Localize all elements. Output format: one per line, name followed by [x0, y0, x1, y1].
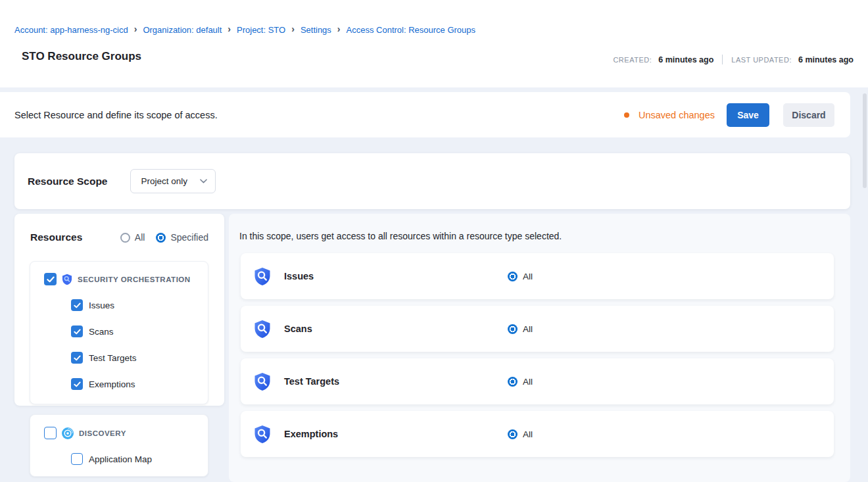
access-all-label: All	[523, 324, 533, 334]
access-panel-description: In this scope, users get access to all r…	[239, 231, 562, 241]
page-header: Account: app-harness-ng-cicd › Organizat…	[0, 0, 868, 87]
application-map-label: Application Map	[89, 454, 152, 464]
created-value: 6 minutes ago	[658, 55, 713, 64]
resource-item-scans: Scans	[71, 325, 114, 337]
access-card-scans: Scans All	[241, 306, 834, 352]
access-all-label: All	[523, 377, 533, 387]
security-orchestration-label: SECURITY ORCHESTRATION	[78, 276, 191, 283]
application-map-checkbox[interactable]	[71, 453, 83, 465]
resources-panel: Resources All Specified	[14, 214, 224, 406]
meta-info: CREATED: 6 minutes ago LAST UPDATED: 6 m…	[613, 55, 854, 64]
discard-button[interactable]: Discard	[783, 103, 834, 127]
radar-icon	[62, 427, 74, 439]
unsaved-changes-status: Unsaved changes	[639, 110, 715, 120]
chevron-right-icon: ›	[291, 24, 295, 34]
breadcrumb-settings[interactable]: Settings	[301, 25, 331, 35]
unsaved-dot-icon	[624, 112, 629, 118]
test-targets-label: Test Targets	[89, 353, 137, 363]
resource-scope-card: Resource Scope Project only	[14, 153, 850, 209]
access-card-exemptions: Exemptions All	[241, 411, 834, 457]
created-label: CREATED:	[613, 56, 652, 64]
radio-specified-icon[interactable]	[156, 233, 166, 243]
issues-checkbox[interactable]	[71, 299, 83, 311]
access-radio-all[interactable]: All	[508, 429, 533, 439]
resource-item-issues: Issues	[71, 299, 114, 311]
resources-mode-radio-group: All Specified	[120, 232, 208, 243]
resource-scope-selected-value: Project only	[141, 176, 187, 186]
radio-specified-label: Specified	[170, 232, 208, 243]
shield-search-icon	[254, 425, 271, 444]
chevron-down-icon	[200, 179, 207, 183]
shield-search-icon	[62, 274, 72, 285]
scans-label: Scans	[89, 327, 114, 337]
last-updated-value: 6 minutes ago	[798, 55, 854, 64]
scans-checkbox[interactable]	[71, 325, 83, 337]
access-all-label: All	[523, 272, 533, 281]
access-card-label: Exemptions	[284, 429, 338, 439]
chevron-right-icon: ›	[228, 24, 231, 34]
action-bar-actions: Unsaved changes Save Discard	[624, 103, 834, 127]
shield-search-icon	[254, 372, 271, 391]
radio-selected-icon[interactable]	[508, 377, 518, 387]
last-updated-label: LAST UPDATED:	[731, 56, 792, 64]
resource-scope-select[interactable]: Project only	[130, 169, 216, 193]
resource-group-security-orchestration: SECURITY ORCHESTRATION Issues Scans Test…	[30, 261, 208, 404]
access-panel: In this scope, users get access to all r…	[229, 214, 850, 482]
divider	[722, 55, 723, 64]
access-card-issues: Issues All	[241, 253, 834, 299]
chevron-right-icon: ›	[337, 24, 341, 34]
radio-selected-icon[interactable]	[508, 429, 518, 439]
access-card-label: Scans	[284, 324, 312, 334]
access-radio-all[interactable]: All	[508, 377, 533, 387]
access-card-label: Test Targets	[284, 376, 339, 387]
discovery-label: DISCOVERY	[79, 429, 126, 437]
action-bar-description: Select Resource and define its scope of …	[14, 110, 218, 120]
resource-group-discovery: DISCOVERY Application Map	[30, 414, 208, 477]
shield-search-icon	[254, 267, 271, 286]
save-button[interactable]: Save	[727, 103, 769, 127]
exemptions-checkbox[interactable]	[71, 378, 83, 390]
radio-all-icon[interactable]	[120, 233, 130, 243]
access-radio-all[interactable]: All	[508, 324, 533, 334]
page-title: STO Resource Groups	[22, 50, 141, 63]
breadcrumb-project[interactable]: Project: STO	[237, 25, 285, 35]
security-orchestration-checkbox[interactable]	[44, 273, 57, 285]
radio-option-all[interactable]: All	[120, 232, 145, 243]
breadcrumb-account[interactable]: Account: app-harness-ng-cicd	[14, 25, 128, 35]
test-targets-checkbox[interactable]	[71, 352, 83, 364]
access-card-test-targets: Test Targets All	[241, 358, 834, 404]
breadcrumb-access-control[interactable]: Access Control: Resource Groups	[347, 25, 476, 35]
shield-search-icon	[254, 320, 271, 339]
resource-item-application-map: Application Map	[71, 453, 152, 465]
access-all-label: All	[523, 429, 533, 439]
vertical-scrollbar[interactable]	[863, 93, 867, 188]
radio-selected-icon[interactable]	[508, 324, 518, 334]
resources-title: Resources	[30, 231, 82, 243]
resource-scope-label: Resource Scope	[28, 176, 107, 187]
resource-item-exemptions: Exemptions	[71, 378, 135, 390]
access-radio-all[interactable]: All	[508, 272, 533, 281]
breadcrumb: Account: app-harness-ng-cicd › Organizat…	[14, 24, 475, 35]
action-bar: Select Resource and define its scope of …	[0, 92, 850, 137]
issues-label: Issues	[89, 301, 114, 310]
chevron-right-icon: ›	[134, 24, 137, 34]
discovery-checkbox[interactable]	[44, 427, 57, 439]
radio-all-label: All	[135, 232, 145, 243]
exemptions-label: Exemptions	[89, 379, 135, 389]
radio-option-specified[interactable]: Specified	[156, 232, 208, 243]
breadcrumb-organization[interactable]: Organization: default	[143, 25, 222, 35]
radio-selected-icon[interactable]	[508, 272, 518, 281]
access-card-label: Issues	[284, 271, 314, 281]
resource-item-test-targets: Test Targets	[71, 352, 137, 364]
